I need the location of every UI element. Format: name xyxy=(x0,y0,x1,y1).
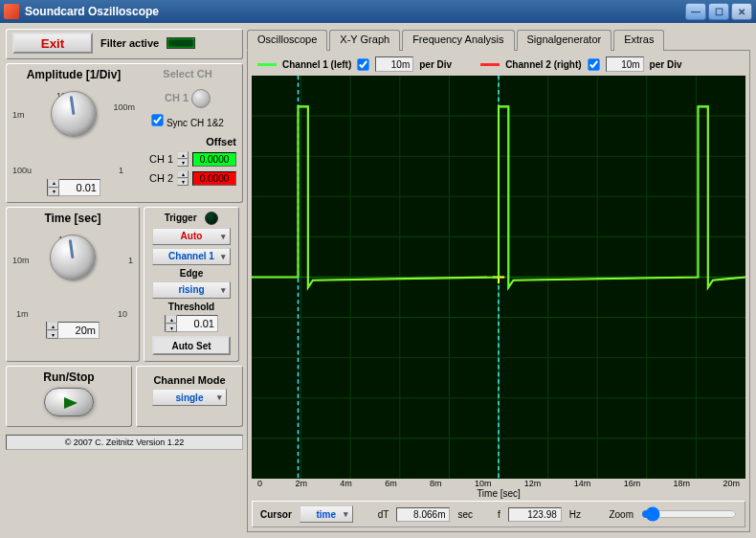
select-ch1-led[interactable] xyxy=(191,89,211,108)
sync-checkbox[interactable] xyxy=(151,114,163,125)
channel-mode-label: Channel Mode xyxy=(143,374,236,386)
ch2-enable-checkbox[interactable] xyxy=(588,58,599,70)
threshold-input[interactable] xyxy=(177,316,217,331)
xtick: 4m xyxy=(340,479,352,488)
channel-mode-panel: Channel Mode single xyxy=(136,366,243,427)
amp-tick-1: 1 xyxy=(119,166,123,175)
offset-ch1-value[interactable]: 0.0000 xyxy=(192,152,236,167)
scope-display[interactable] xyxy=(252,76,745,479)
amp-step-down[interactable]: ▾ xyxy=(48,188,59,196)
tab-extras[interactable]: Extras xyxy=(613,30,664,51)
tab-bar: Oscilloscope X-Y Graph Frequency Analysi… xyxy=(247,29,750,50)
offset-ch1-label: CH 1 xyxy=(149,153,173,165)
maximize-button[interactable]: ☐ xyxy=(708,3,729,20)
xtick: 14m xyxy=(574,479,591,488)
thr-up[interactable]: ▴ xyxy=(166,315,177,324)
title-bar: Soundcard Oszilloscope — ☐ ✕ xyxy=(0,0,756,23)
offset-ch2-label: CH 2 xyxy=(149,172,173,184)
xtick: 12m xyxy=(524,479,542,488)
channel-mode-dropdown[interactable]: single xyxy=(152,389,227,406)
time-tick-1: 1 xyxy=(128,256,133,265)
xtick: 16m xyxy=(624,479,641,488)
ch1-label: CH 1 xyxy=(165,92,189,103)
channel-header: Channel 1 (left) per Div Channel 2 (righ… xyxy=(252,55,745,74)
x-axis-ticks: 0 2m 4m 6m 8m 10m 12m 14m 16m 18m 20m xyxy=(252,479,745,488)
runstop-button[interactable] xyxy=(44,388,94,416)
xtick: 20m xyxy=(723,479,740,488)
offset-ch2-value[interactable]: 0.0000 xyxy=(192,171,236,186)
exit-button[interactable]: Exit xyxy=(12,33,93,54)
cursor-label: Cursor xyxy=(260,509,292,520)
time-step-up[interactable]: ▴ xyxy=(47,322,58,330)
trigger-panel: Trigger Auto Channel 1 Edge rising Thres… xyxy=(144,207,239,363)
ch1-label: Channel 1 (left) xyxy=(282,59,351,70)
trigger-edge-dropdown[interactable]: rising xyxy=(152,281,231,299)
amplitude-knob[interactable] xyxy=(51,91,97,137)
tab-oscilloscope[interactable]: Oscilloscope xyxy=(247,30,327,51)
sync-label: Sync CH 1&2 xyxy=(167,118,224,128)
ch1-perdiv-input[interactable] xyxy=(375,56,413,72)
cursor-bar: Cursor time dT 8.066m sec f 123.98 Hz Zo… xyxy=(252,501,745,527)
xtick: 10m xyxy=(475,479,492,488)
trigger-edge-label: Edge xyxy=(150,268,233,279)
runstop-label: Run/Stop xyxy=(12,370,125,384)
time-dial-area: 1m 10m 100m 1 10 xyxy=(12,235,133,319)
amplitude-panel: Amplitude [1/Div] 100u 1m 10m 100m 1 ▴ ▾ xyxy=(6,63,243,203)
time-tick-10m: 10m xyxy=(12,256,30,265)
trigger-source-dropdown[interactable]: Channel 1 xyxy=(152,248,231,265)
xtick: 2m xyxy=(295,479,307,488)
xtick: 6m xyxy=(385,479,397,488)
time-tick-1m: 1m xyxy=(16,309,29,319)
amplitude-value-field[interactable]: ▴ ▾ xyxy=(47,179,100,196)
offset1-down[interactable]: ▾ xyxy=(177,159,189,167)
trigger-led-icon xyxy=(205,212,218,225)
ch1-enable-checkbox[interactable] xyxy=(358,58,369,70)
threshold-field[interactable]: ▴ ▾ xyxy=(165,315,218,332)
xtick: 18m xyxy=(674,479,691,488)
thr-down[interactable]: ▾ xyxy=(166,324,177,332)
cursor-mode-dropdown[interactable]: time xyxy=(300,505,353,523)
time-tick-10: 10 xyxy=(118,309,127,319)
oscilloscope-panel: Channel 1 (left) per Div Channel 2 (righ… xyxy=(247,50,750,532)
xtick: 8m xyxy=(430,479,442,488)
top-control-bar: Exit Filter active xyxy=(6,29,243,59)
offset1-up[interactable]: ▴ xyxy=(177,151,189,159)
offset-label: Offset xyxy=(139,136,236,147)
time-value-field[interactable]: ▴ ▾ xyxy=(46,322,100,339)
x-axis-label: Time [sec] xyxy=(252,488,745,499)
scope-svg xyxy=(252,76,745,479)
ch2-perdiv-input[interactable] xyxy=(606,56,644,72)
time-title: Time [sec] xyxy=(12,212,133,225)
offset2-up[interactable]: ▴ xyxy=(177,170,189,178)
amp-tick-1m: 1m xyxy=(12,110,25,120)
filter-led-icon xyxy=(167,37,195,49)
tab-signalgenerator[interactable]: Signalgenerator xyxy=(517,30,612,51)
window-title: Soundcard Oszilloscope xyxy=(25,5,683,18)
runstop-panel: Run/Stop xyxy=(6,366,132,427)
zoom-label: Zoom xyxy=(609,509,634,520)
xtick: 0 xyxy=(257,479,262,488)
trigger-title: Trigger xyxy=(165,212,197,222)
amplitude-input[interactable] xyxy=(59,180,100,195)
zoom-slider[interactable] xyxy=(641,506,737,522)
f-value: 123.98 xyxy=(508,507,562,522)
time-step-down[interactable]: ▾ xyxy=(47,330,58,339)
tab-xy-graph[interactable]: X-Y Graph xyxy=(329,30,400,51)
auto-set-button[interactable]: Auto Set xyxy=(152,336,231,355)
offset2-down[interactable]: ▾ xyxy=(177,178,189,186)
time-knob[interactable] xyxy=(50,235,96,280)
tab-frequency-analysis[interactable]: Frequency Analysis xyxy=(402,30,514,51)
perdiv-unit-2: per Div xyxy=(650,59,682,70)
trigger-mode-dropdown[interactable]: Auto xyxy=(152,228,231,245)
footer-version: © 2007 C. Zeitnitz Version 1.22 xyxy=(6,435,243,450)
app-icon xyxy=(4,4,19,19)
minimize-button[interactable]: — xyxy=(685,3,706,20)
time-input[interactable] xyxy=(58,323,99,338)
ch2-color-icon xyxy=(480,63,500,66)
trigger-threshold-label: Threshold xyxy=(150,302,233,312)
ch1-color-icon xyxy=(257,63,277,66)
close-button[interactable]: ✕ xyxy=(731,3,752,20)
dT-value: 8.066m xyxy=(396,507,450,522)
dT-label: dT xyxy=(378,509,389,520)
amp-step-up[interactable]: ▴ xyxy=(48,179,59,188)
